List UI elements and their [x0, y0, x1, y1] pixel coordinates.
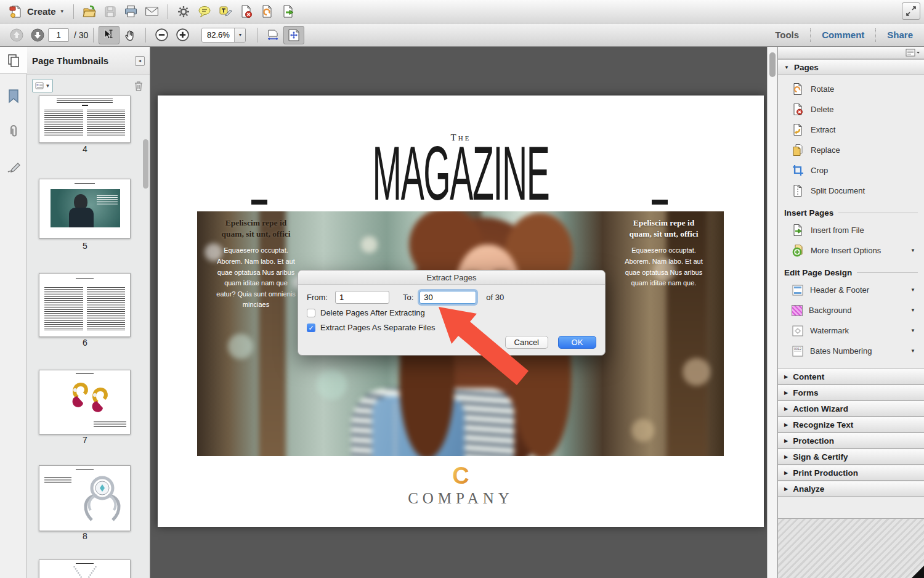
cover-article-left: Epeliscim repe id quam, sit unt, offici …: [214, 218, 298, 311]
scrollbar-thumb[interactable]: [769, 52, 776, 77]
trash-icon[interactable]: [132, 79, 145, 92]
thumb-divider: [82, 105, 88, 106]
page-number-input[interactable]: [48, 28, 69, 42]
thumbnails-panel-header: Page Thumbnails ◂: [27, 47, 150, 75]
panel-item-rotate[interactable]: Rotate: [778, 79, 924, 99]
settings-button[interactable]: [173, 2, 194, 21]
panel-item-insert-from-file[interactable]: Insert from File: [778, 220, 924, 240]
section-header-content[interactable]: ▶Content: [778, 368, 924, 385]
zoom-out-button[interactable]: [151, 26, 172, 44]
from-page-input[interactable]: [335, 291, 389, 304]
signatures-nav-button[interactable]: [0, 154, 27, 181]
tab-share[interactable]: Share: [882, 27, 918, 43]
previous-page-button[interactable]: [6, 26, 27, 44]
toolbar-expand-button[interactable]: [902, 2, 920, 20]
section-title: Content: [793, 372, 824, 381]
envelope-icon: [144, 4, 160, 19]
panel-item-bates-numbering[interactable]: 0012 Bates Numbering ▼: [778, 341, 924, 361]
select-cursor-icon: [102, 28, 116, 42]
create-button[interactable]: Create ▼: [5, 4, 68, 19]
ok-button[interactable]: OK: [558, 336, 596, 349]
replace-pages-tool-button[interactable]: [257, 2, 278, 21]
panel-item-more-insert-options[interactable]: More Insert Options ▼: [778, 240, 924, 261]
section-header-pages[interactable]: ▼ Pages: [778, 59, 924, 75]
thumb-text-columns: [39, 107, 130, 139]
view-tabs: Tools Comment Share: [770, 27, 918, 43]
section-header-action-wizard[interactable]: ▶Action Wizard: [778, 401, 924, 417]
tab-comment[interactable]: Comment: [817, 27, 869, 43]
thumb-photo-necklace: [60, 566, 110, 578]
print-button[interactable]: [121, 2, 142, 21]
extract-pages-tool-button[interactable]: [278, 2, 299, 21]
thumbnail-page-4[interactable]: [39, 96, 131, 143]
bookmarks-nav-button[interactable]: [0, 83, 27, 110]
tools-panel: ▼ Pages Rotate Delete Extract Replace: [777, 47, 924, 578]
section-header-forms[interactable]: ▶Forms: [778, 385, 924, 401]
panel-item-label: Replace: [811, 145, 840, 155]
thumbnail-page-5[interactable]: [39, 179, 131, 238]
panel-item-label: Crop: [811, 166, 828, 175]
zoom-level-input[interactable]: [202, 28, 234, 42]
panel-item-extract[interactable]: Extract: [778, 120, 924, 140]
panel-options-icon[interactable]: [906, 49, 920, 57]
thumb-text-block: [76, 563, 94, 565]
collapse-panel-button[interactable]: ◂: [135, 56, 145, 66]
page-thumbnails-nav-button[interactable]: [0, 47, 27, 74]
panel-item-background[interactable]: Background ▼: [778, 300, 924, 320]
thumb-text-block: [76, 373, 94, 375]
panel-item-delete[interactable]: Delete: [778, 99, 924, 120]
panel-item-header-footer[interactable]: Header & Footer ▼: [778, 280, 924, 300]
panel-item-crop[interactable]: Crop: [778, 160, 924, 181]
thumbnail-page-6[interactable]: [39, 273, 131, 337]
thumbnail-page-7[interactable]: [39, 370, 131, 434]
hand-tool-button[interactable]: [120, 26, 140, 44]
delete-pages-tool-button[interactable]: [236, 2, 257, 21]
open-file-button[interactable]: [79, 2, 100, 21]
rotate-page-icon: [792, 83, 804, 96]
section-header-analyze[interactable]: ▶Analyze: [778, 481, 924, 497]
document-scrollbar[interactable]: [767, 47, 777, 578]
select-tool-button[interactable]: [99, 26, 120, 44]
more-insert-options-icon: [792, 244, 804, 257]
document-view: The MAGAZINE: [151, 47, 767, 578]
separate-files-checkbox-row[interactable]: ✓ Extract Pages As Separate Files: [307, 323, 435, 332]
fit-page-button[interactable]: [283, 26, 304, 44]
section-header-protection[interactable]: ▶Protection: [778, 433, 924, 449]
section-header-sign-certify[interactable]: ▶Sign & Certify: [778, 449, 924, 465]
section-header-print-production[interactable]: ▶Print Production: [778, 465, 924, 481]
panel-item-replace[interactable]: Replace: [778, 140, 924, 160]
thumbnail-page-9[interactable]: [39, 560, 131, 578]
watermark-icon: [792, 325, 804, 337]
thumb-photo-ring: [75, 472, 130, 524]
subsection-title: Edit Page Design: [784, 268, 852, 277]
zoom-dropdown-button[interactable]: ▼: [234, 28, 245, 43]
attachments-nav-button[interactable]: [0, 118, 27, 145]
comment-tool-button[interactable]: [194, 2, 215, 21]
plus-circle-icon: [176, 28, 190, 42]
masthead-dash-left: [251, 200, 267, 205]
dropdown-caret-icon: ▼: [910, 248, 915, 253]
thumb-photo-man: [51, 189, 120, 227]
fit-width-button[interactable]: [262, 26, 283, 44]
panel-item-split-document[interactable]: Split Document: [778, 181, 924, 201]
thumbnails-panel-title: Page Thumbnails: [32, 55, 108, 66]
thumbnails-scrollbar[interactable]: [143, 139, 148, 189]
next-page-button[interactable]: [27, 26, 48, 44]
annotate-tool-button[interactable]: [215, 2, 236, 21]
section-header-recognize-text[interactable]: ▶Recognize Text: [778, 417, 924, 433]
resize-grip[interactable]: [912, 566, 924, 578]
thumbnail-page-8[interactable]: [39, 465, 131, 531]
delete-pages-checkbox-row[interactable]: Delete Pages After Extracting: [307, 308, 425, 317]
tab-tools[interactable]: Tools: [770, 27, 804, 43]
extract-page-icon: [792, 123, 804, 136]
panel-item-watermark[interactable]: Watermark ▼: [778, 320, 924, 341]
separate-files-checkbox[interactable]: ✓: [307, 324, 315, 332]
save-button[interactable]: [100, 2, 121, 21]
zoom-in-button[interactable]: [172, 26, 193, 44]
from-label: From:: [307, 293, 328, 302]
svg-text:0012: 0012: [794, 347, 801, 351]
fit-width-icon: [265, 28, 280, 43]
email-button[interactable]: [142, 2, 163, 21]
delete-pages-checkbox[interactable]: [307, 309, 315, 317]
thumbnail-options-button[interactable]: ▼: [32, 79, 53, 92]
